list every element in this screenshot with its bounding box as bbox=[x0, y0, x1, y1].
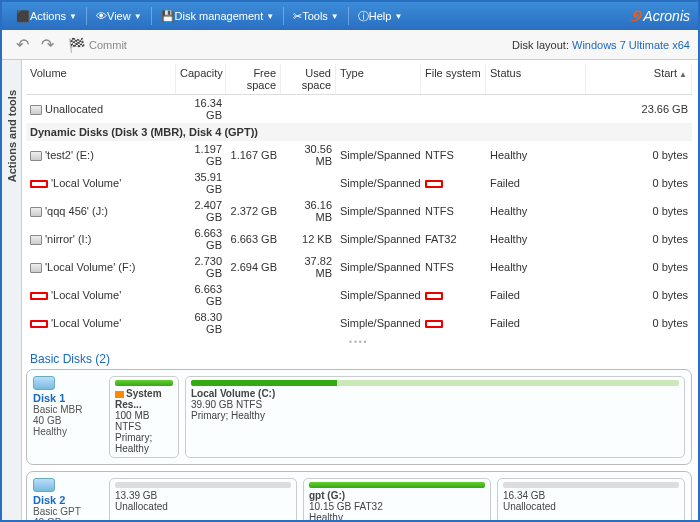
volume-icon bbox=[30, 320, 48, 328]
menu-help[interactable]: ⓘ Help▼ bbox=[352, 2, 409, 30]
disk-layout-label: Disk layout: Windows 7 Ultimate x64 bbox=[512, 39, 690, 51]
missing-fs-icon bbox=[425, 180, 443, 188]
table-row[interactable]: 'Local Volume' 6.663 GB Simple/Spanned F… bbox=[26, 281, 692, 309]
partition[interactable]: System Res... 100 MB NTFSPrimary; Health… bbox=[109, 376, 179, 458]
resize-grip-icon[interactable]: ▪▪▪▪ bbox=[26, 337, 692, 346]
table-row[interactable]: 'qqq 456' (J:) 2.407 GB2.372 GB36.16 MB … bbox=[26, 197, 692, 225]
table-row[interactable]: 'nirror' (I:) 6.663 GB6.663 GB12 KB Simp… bbox=[26, 225, 692, 253]
missing-fs-icon bbox=[425, 292, 443, 300]
volume-icon bbox=[30, 207, 42, 217]
partition[interactable]: gpt (G:)10.15 GB FAT32Healthy bbox=[303, 478, 491, 520]
disk-icon bbox=[33, 478, 55, 492]
side-tab-actions-tools[interactable]: Actions and tools bbox=[2, 60, 22, 520]
table-row[interactable]: 'Local Volume' 35.91 GB Simple/Spanned F… bbox=[26, 169, 692, 197]
disk-layout-link[interactable]: Windows 7 Ultimate x64 bbox=[572, 39, 690, 51]
disk-icon bbox=[33, 376, 55, 390]
missing-fs-icon bbox=[425, 320, 443, 328]
disk-box-1[interactable]: Disk 1Basic MBR40 GBHealthy System Res..… bbox=[26, 369, 692, 465]
volume-icon bbox=[30, 292, 48, 300]
section-basic-disks: Basic Disks (2) bbox=[30, 352, 692, 366]
table-row[interactable]: 'test2' (E:) 1.197 GB1.167 GB30.56 MB Si… bbox=[26, 141, 692, 169]
table-row[interactable]: Unallocated 16.34 GB 23.66 GB bbox=[26, 95, 692, 123]
col-freespace[interactable]: Free space bbox=[226, 64, 281, 94]
partition[interactable]: 13.39 GBUnallocated bbox=[109, 478, 297, 520]
group-header-dynamic[interactable]: Dynamic Disks (Disk 3 (MBR), Disk 4 (GPT… bbox=[26, 123, 692, 141]
table-row[interactable]: 'Local Volume' (F:) 2.730 GB2.694 GB37.8… bbox=[26, 253, 692, 281]
menubar: ⬛ Actions▼ 👁 View▼ 💾 Disk management▼ ✂ … bbox=[2, 2, 698, 30]
main-panel: Volume Capacity Free space Used space Ty… bbox=[22, 60, 698, 520]
menu-tools[interactable]: ✂ Tools▼ bbox=[287, 2, 345, 30]
menu-actions[interactable]: ⬛ Actions▼ bbox=[10, 2, 83, 30]
undo-button[interactable]: ↶ bbox=[10, 32, 35, 57]
col-capacity[interactable]: Capacity bbox=[176, 64, 226, 94]
toolbar: ↶ ↷ 🏁Commit Disk layout: Windows 7 Ultim… bbox=[2, 30, 698, 60]
col-type[interactable]: Type bbox=[336, 64, 421, 94]
volume-icon bbox=[30, 263, 42, 273]
volume-table-header: Volume Capacity Free space Used space Ty… bbox=[26, 64, 692, 95]
commit-button[interactable]: 🏁Commit bbox=[68, 37, 127, 53]
menu-diskmgmt[interactable]: 💾 Disk management▼ bbox=[155, 2, 281, 30]
volume-icon bbox=[30, 151, 42, 161]
col-usedspace[interactable]: Used space bbox=[281, 64, 336, 94]
redo-button[interactable]: ↷ bbox=[35, 32, 60, 57]
col-start[interactable]: Start▲ bbox=[586, 64, 692, 94]
volume-icon bbox=[30, 105, 42, 115]
disk-box-2[interactable]: Disk 2Basic GPT40 GBHealthy 13.39 GBUnal… bbox=[26, 471, 692, 520]
col-status[interactable]: Status bbox=[486, 64, 586, 94]
partition[interactable]: Local Volume (C:)39.90 GB NTFSPrimary; H… bbox=[185, 376, 685, 458]
partition[interactable]: 16.34 GBUnallocated bbox=[497, 478, 685, 520]
brand-logo: ୭Acronis bbox=[631, 7, 690, 25]
volume-icon bbox=[30, 180, 48, 188]
table-row[interactable]: 'Local Volume' 68.30 GB Simple/Spanned F… bbox=[26, 309, 692, 337]
col-volume[interactable]: Volume bbox=[26, 64, 176, 94]
volume-icon bbox=[30, 235, 42, 245]
col-filesystem[interactable]: File system bbox=[421, 64, 486, 94]
menu-view[interactable]: 👁 View▼ bbox=[90, 2, 148, 30]
flag-icon bbox=[115, 391, 124, 398]
